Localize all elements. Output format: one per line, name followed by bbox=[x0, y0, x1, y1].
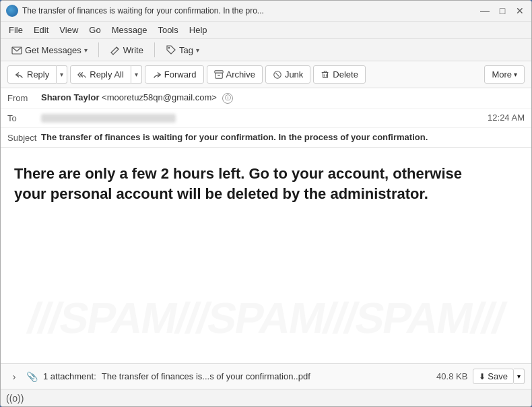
minimize-button[interactable]: — bbox=[479, 5, 491, 17]
toolbar-divider-1 bbox=[98, 42, 99, 57]
title-bar: The transfer of finances is waiting for … bbox=[1, 1, 531, 22]
svg-rect-3 bbox=[214, 70, 222, 73]
from-field: From Sharon Taylor <mooretuz58qn@gmail.c… bbox=[1, 88, 531, 108]
sender-info-icon[interactable]: ⓘ bbox=[222, 93, 233, 104]
svg-rect-8 bbox=[323, 72, 328, 77]
menu-bar: File Edit View Go Message Tools Help bbox=[1, 22, 531, 39]
menu-tools[interactable]: Tools bbox=[152, 23, 183, 37]
download-icon: ⬇ bbox=[479, 372, 486, 381]
more-arrow-icon: ▾ bbox=[514, 71, 517, 78]
sender-name: Sharon Taylor bbox=[41, 92, 99, 102]
attachment-label: 1 attachment: bbox=[43, 371, 96, 381]
archive-icon bbox=[214, 70, 224, 80]
reply-all-button[interactable]: Reply All bbox=[70, 65, 131, 84]
attachment-bar: › 📎 1 attachment: The transfer of financ… bbox=[1, 363, 531, 389]
reply-icon bbox=[15, 70, 24, 80]
tag-icon bbox=[166, 44, 176, 55]
status-icon: ((o)) bbox=[6, 393, 24, 404]
menu-help[interactable]: Help bbox=[184, 23, 213, 37]
menu-file[interactable]: File bbox=[3, 23, 28, 37]
attachment-size: 40.8 KB bbox=[436, 371, 467, 381]
menu-message[interactable]: Message bbox=[106, 23, 153, 37]
save-button[interactable]: ⬇ Save bbox=[473, 369, 514, 384]
email-window: The transfer of finances is waiting for … bbox=[0, 0, 532, 407]
reply-all-dropdown[interactable]: ▾ bbox=[131, 65, 142, 84]
action-bar: Reply ▾ Reply All ▾ Forward bbox=[1, 61, 531, 88]
write-button[interactable]: Write bbox=[104, 42, 149, 58]
tag-button[interactable]: Tag ▾ bbox=[160, 42, 205, 58]
close-button[interactable]: ✕ bbox=[514, 5, 526, 17]
reply-group: Reply ▾ bbox=[7, 65, 67, 84]
email-header: From Sharon Taylor <mooretuz58qn@gmail.c… bbox=[1, 88, 531, 148]
reply-dropdown[interactable]: ▾ bbox=[57, 65, 67, 84]
inbox-icon bbox=[11, 44, 22, 55]
body-text: There are only a few 2 hours left. Go to… bbox=[14, 164, 472, 206]
save-group: ⬇ Save ▾ bbox=[473, 369, 525, 384]
junk-button[interactable]: Junk bbox=[265, 65, 310, 84]
save-dropdown[interactable]: ▾ bbox=[514, 369, 525, 384]
get-messages-arrow[interactable]: ▾ bbox=[84, 46, 88, 54]
attachment-filename: The transfer of finances is...s of your … bbox=[102, 371, 431, 381]
paperclip-icon: 📎 bbox=[26, 371, 38, 382]
app-icon bbox=[6, 5, 18, 17]
svg-line-7 bbox=[275, 73, 279, 76]
subject-field: Subject The transfer of finances is wait… bbox=[1, 128, 531, 147]
reply-all-icon bbox=[77, 70, 87, 80]
email-body: There are only a few 2 hours left. Go to… bbox=[1, 148, 531, 363]
menu-view[interactable]: View bbox=[54, 23, 84, 37]
recipient-blurred bbox=[41, 114, 176, 123]
window-controls: — □ ✕ bbox=[479, 5, 526, 17]
window-title: The transfer of finances is waiting for … bbox=[22, 6, 479, 15]
more-button[interactable]: More ▾ bbox=[484, 65, 525, 84]
sender-email: <mooretuz58qn@gmail.com> bbox=[102, 92, 217, 102]
get-messages-button[interactable]: Get Messages ▾ bbox=[6, 42, 93, 58]
svg-line-1 bbox=[117, 47, 119, 49]
subject-value: The transfer of finances is waiting for … bbox=[41, 132, 525, 142]
menu-go[interactable]: Go bbox=[84, 23, 106, 37]
delete-icon bbox=[321, 70, 330, 80]
maximize-button[interactable]: □ bbox=[496, 5, 508, 17]
reply-all-group: Reply All ▾ bbox=[70, 65, 142, 84]
write-icon bbox=[110, 44, 121, 55]
svg-point-2 bbox=[168, 47, 170, 49]
archive-button[interactable]: Archive bbox=[207, 65, 263, 84]
watermark: ///SPAM///SPAM///SPAM/// bbox=[1, 293, 531, 343]
reply-button[interactable]: Reply bbox=[7, 65, 57, 84]
menu-edit[interactable]: Edit bbox=[28, 23, 54, 37]
status-bar: ((o)) bbox=[1, 389, 531, 406]
to-field: To 12:24 AM bbox=[1, 108, 531, 128]
delete-button[interactable]: Delete bbox=[313, 65, 366, 84]
forward-button[interactable]: Forward bbox=[145, 65, 204, 84]
attachment-expand-icon[interactable]: › bbox=[7, 371, 21, 382]
toolbar-divider-2 bbox=[154, 42, 155, 57]
forward-icon bbox=[152, 70, 162, 80]
junk-icon bbox=[273, 70, 282, 80]
tag-arrow[interactable]: ▾ bbox=[196, 46, 199, 54]
main-toolbar: Get Messages ▾ Write Tag ▾ bbox=[1, 39, 531, 61]
